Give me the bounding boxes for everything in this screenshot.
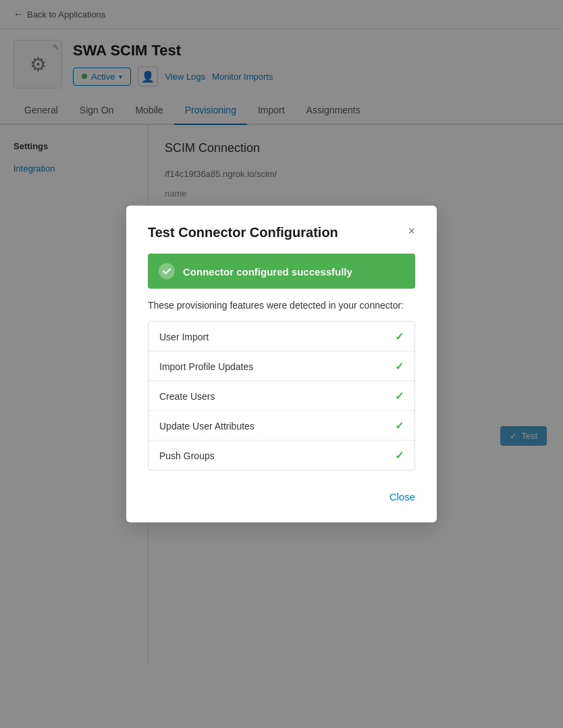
modal-footer: Close [148,487,415,506]
modal-title: Test Connector Configuration [148,225,338,240]
feature-label-user-import: User Import [159,331,209,342]
modal-description: These provisioning features were detecte… [148,300,415,311]
feature-item-push-groups: Push Groups ✓ [149,441,414,470]
feature-item-user-import: User Import ✓ [149,322,414,352]
feature-label-import-profile: Import Profile Updates [159,361,253,371]
success-check-icon [159,263,175,280]
check-icon-user-import: ✓ [395,330,404,343]
check-icon-update-attrs: ✓ [395,419,404,432]
check-icon-import-profile: ✓ [395,360,404,373]
feature-list: User Import ✓ Import Profile Updates ✓ C… [148,321,415,471]
feature-label-push-groups: Push Groups [159,450,215,461]
modal-close-btn[interactable]: Close [390,487,415,506]
success-text: Connector configured successfully [183,265,352,277]
modal-header: Test Connector Configuration × [148,225,415,240]
feature-item-update-attrs: Update User Attributes ✓ [149,411,414,441]
feature-label-create-users: Create Users [159,390,215,401]
check-icon-create-users: ✓ [395,390,404,402]
modal-test-connector: Test Connector Configuration × Connector… [126,206,437,523]
feature-item-create-users: Create Users ✓ [149,382,414,411]
feature-item-import-profile: Import Profile Updates ✓ [149,352,414,382]
check-icon-push-groups: ✓ [395,449,404,462]
feature-label-update-attrs: Update User Attributes [159,420,254,431]
success-banner: Connector configured successfully [148,254,415,289]
modal-close-button[interactable]: × [408,225,415,237]
